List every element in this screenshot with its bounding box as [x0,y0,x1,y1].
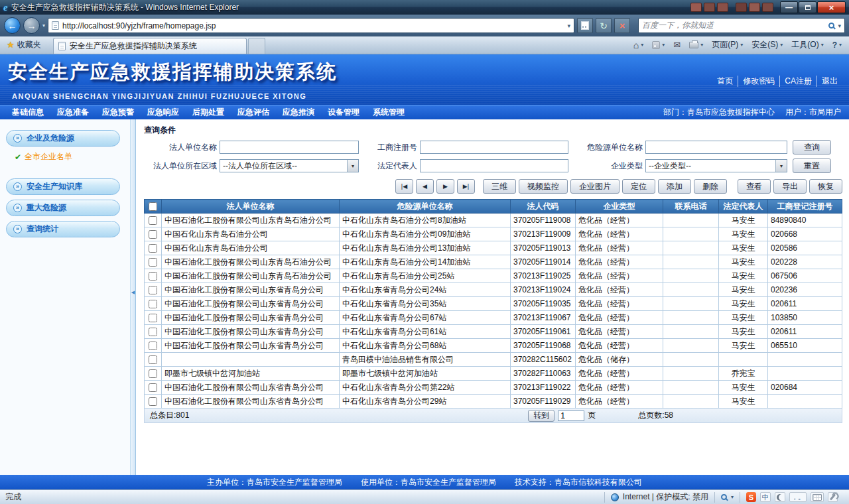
table-row[interactable]: 中国石油化工股份有限公司山东省青岛分公司 中石化山东省青岛分公司29站 3702… [145,395,842,409]
feeds-button[interactable]: ▾ [649,40,668,50]
addon-icon[interactable] [749,3,760,12]
print-button[interactable]: ▾ [686,40,706,50]
home-button[interactable]: ⌂ ▾ [630,38,647,52]
nav-item[interactable]: 应急预警 [96,107,141,118]
row-checkbox[interactable] [149,342,157,350]
row-checkbox[interactable] [149,383,157,392]
addon-icon[interactable] [704,3,715,12]
banner-link[interactable]: 首页 [712,76,738,87]
row-checkbox[interactable] [149,286,157,294]
pager-button[interactable]: ▶ [436,179,454,194]
action-button[interactable]: 三维 [483,179,516,194]
chevron-down-icon[interactable]: ▾ [347,160,358,172]
nav-item[interactable]: 应急响应 [141,107,186,118]
url-input[interactable] [62,21,564,31]
banner-link[interactable]: CA注册 [779,76,816,87]
browser-tab-active[interactable]: 安全生产应急救援指挥辅助决策系统 [53,38,247,54]
row-checkbox[interactable] [149,258,157,267]
page-menu[interactable]: 页面(P) ▾ [708,38,746,52]
nav-item[interactable]: 应急推演 [276,107,321,118]
history-dropdown-icon[interactable]: ▾ [42,23,45,29]
table-row[interactable]: 中国石油化工股份有限公司山东省青岛分公司 中石化山东省青岛分公司61站 3702… [145,325,842,339]
ime-soft-keyboard[interactable] [811,492,824,502]
action-button[interactable]: 导出 [773,179,807,194]
safety-menu[interactable]: 安全(S) ▾ [748,38,786,52]
hazard-unit-name-input[interactable] [645,141,787,154]
new-tab-button[interactable] [248,38,265,54]
action-button[interactable]: 企业图片 [570,179,620,194]
zoom-segment[interactable]: ▾ [714,492,740,503]
search-button[interactable]: 查询 [793,140,831,155]
help-button[interactable]: ? ▾ [829,39,845,51]
read-mail-button[interactable]: ✉ [670,38,684,51]
row-checkbox[interactable] [149,230,157,239]
refresh-button[interactable]: ↻ [596,18,612,33]
stop-button[interactable]: × [614,18,630,33]
sidebar-group-enterprise-hazard[interactable]: » 企业及危险源 [6,130,120,147]
table-row[interactable]: 即墨市七级镇中岔河加油站 即墨市七级镇中岔河加油站 370282F110063 … [145,367,842,381]
tools-menu[interactable]: 工具(O) ▾ [788,38,826,52]
ime-settings[interactable] [828,492,838,502]
action-button[interactable]: 添加 [658,179,691,194]
action-button[interactable]: 删除 [694,179,727,194]
favorites-button[interactable]: ★ 收藏夹 [4,38,46,52]
search-box[interactable]: ▾ [638,18,845,33]
sidebar-group-safety-knowledge[interactable]: » 安全生产知识库 [6,178,120,195]
table-row[interactable]: 中国石油化工股份有限公司山东青岛石油分公司 中石化山东青岛石油分公司8加油站 3… [145,214,842,227]
table-row[interactable]: 中国石化山东青岛石油分公司 中石化山东青岛石油分公司09加油站 370213F1… [145,227,842,241]
page-number-input[interactable] [558,410,584,421]
action-button[interactable]: 定位 [622,179,655,194]
enterprise-type-select[interactable]: --企业类型-- ▾ [645,159,787,172]
table-row[interactable]: 中国石油化工股份有限公司山东省青岛分公司 中石化山东省青岛分公司68站 3702… [145,339,842,353]
addon-icon[interactable] [762,3,773,12]
action-button[interactable]: 恢复 [809,179,842,194]
pager-button[interactable]: ◀ [416,179,434,194]
nav-item[interactable]: 系统管理 [366,107,411,118]
row-checkbox[interactable] [149,328,157,336]
legal-rep-input[interactable] [420,159,568,172]
compatibility-view-button[interactable] [577,18,593,33]
table-row[interactable]: 中国石油化工股份有限公司山东省青岛分公司 中石化山东省青岛分公司35站 3702… [145,297,842,311]
addon-icon[interactable] [717,3,728,12]
row-checkbox[interactable] [149,369,157,378]
table-row[interactable]: 中国石油化工股份有限公司山东省青岛分公司 中石化山东省青岛分公司第22站 370… [145,381,842,395]
business-reg-no-input[interactable] [420,141,568,154]
pager-button[interactable]: ▶| [457,179,475,194]
banner-link[interactable]: 退出 [816,76,842,87]
action-button[interactable]: 查看 [738,179,771,194]
legal-region-select[interactable]: --法人单位所在区域-- ▾ [220,159,359,172]
nav-item[interactable]: 基础信息 [5,107,50,118]
reset-button[interactable]: 重置 [793,158,831,173]
table-row[interactable]: 中国石油化工股份有限公司山东省青岛分公司 中石化山东省青岛分公司24站 3702… [145,283,842,297]
row-checkbox[interactable] [149,272,157,281]
back-button[interactable]: ← [4,17,21,34]
ime-language-toggle[interactable]: 中 [760,492,771,502]
row-checkbox[interactable] [149,300,157,308]
banner-link[interactable]: 修改密码 [738,76,779,87]
row-checkbox[interactable] [149,355,157,364]
pager-button[interactable]: |◀ [395,179,413,194]
sidebar-group-major-hazard[interactable]: » 重大危险源 [6,200,120,216]
legal-name-input[interactable] [220,141,359,154]
minimize-button[interactable]: — [780,1,798,13]
row-checkbox[interactable] [149,397,157,406]
chevron-down-icon[interactable]: ▾ [775,160,787,172]
nav-item[interactable]: 设备管理 [321,107,366,118]
address-dropdown-icon[interactable]: ▾ [567,23,570,29]
nav-item[interactable]: 后期处置 [186,107,231,118]
search-dropdown-icon[interactable]: ▾ [838,23,841,29]
row-checkbox[interactable] [149,314,157,322]
table-row[interactable]: 青岛田横中油油品销售有限公司 370282C115602 危化品（储存） [145,353,842,367]
address-field[interactable]: ▾ [48,18,574,33]
ime-fullwidth-toggle[interactable] [775,492,785,502]
sogou-ime-icon[interactable]: S [746,492,756,502]
close-button[interactable]: × [817,1,846,13]
goto-page-button[interactable]: 转到 [528,410,555,422]
table-row[interactable]: 中国石油化工股份有限公司山东青岛石油分公司 中石化山东青岛石油分公司25站 37… [145,269,842,283]
sidebar-collapse-handle[interactable]: ◀ [131,279,135,306]
select-all-checkbox[interactable] [149,202,157,211]
search-input[interactable] [642,21,825,31]
maximize-button[interactable] [799,1,816,13]
sidebar-item-citywide-enterprise-list[interactable]: ✔ 全市企业名单 [15,151,130,162]
addon-icon[interactable] [690,3,702,12]
